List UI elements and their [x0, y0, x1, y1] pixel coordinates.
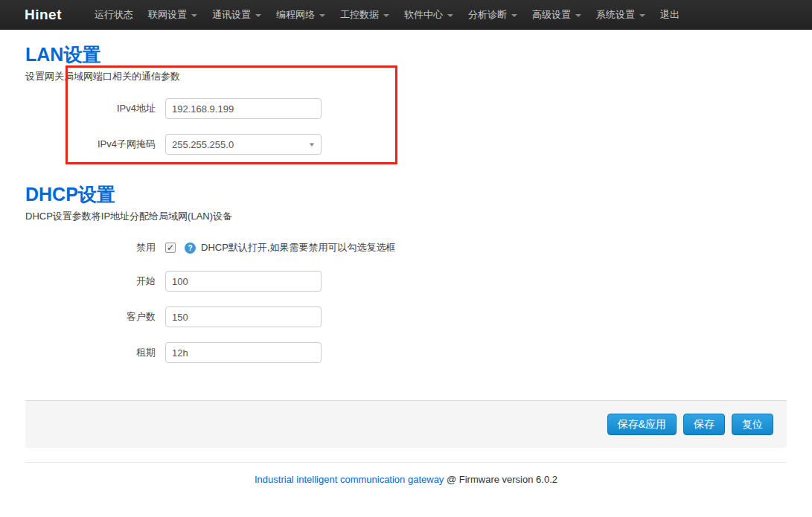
nav-item-software-center[interactable]: 软件中心 [397, 0, 461, 30]
question-help-icon: ? [185, 243, 196, 254]
dhcp-disable-row: 禁用 ? DHCP默认打开,如果需要禁用可以勾选复选框 [25, 240, 787, 255]
nav-item-diagnostics[interactable]: 分析诊断 [461, 0, 525, 30]
ipv4-netmask-select[interactable]: 255.255.255.0 ▼ [165, 134, 322, 155]
main-content: LAN设置 设置网关局域网端口相关的通信参数 IPv4地址 IPv4子网掩码 2… [0, 45, 812, 364]
dhcp-start-input[interactable] [165, 271, 322, 292]
chevron-down-icon [255, 14, 261, 17]
dhcp-section-title: DHCP设置 [25, 185, 787, 204]
ipv4-netmask-selected-value: 255.255.255.0 [172, 139, 234, 150]
nav-item-system-settings[interactable]: 系统设置 [589, 0, 653, 30]
nav-item-advanced-settings[interactable]: 高级设置 [525, 0, 589, 30]
brand-logo[interactable]: Hinet [25, 7, 62, 23]
chevron-down-icon [575, 14, 581, 17]
chevron-down-icon [511, 14, 517, 17]
nav-menu: 运行状态 联网设置 通讯设置 编程网络 工控数据 软件中心 分析诊断 高级设置 … [87, 0, 687, 30]
nav-item-comm-settings[interactable]: 通讯设置 [205, 0, 269, 30]
ipv4-address-row: IPv4地址 [25, 97, 787, 120]
dhcp-limit-label: 客户数 [25, 310, 165, 324]
save-button[interactable]: 保存 [683, 414, 725, 435]
dhcp-section-description: DHCP设置参数将IP地址分配给局域网(LAN)设备 [25, 211, 787, 222]
footer-gateway-link[interactable]: Industrial intelligent communication gat… [255, 474, 444, 485]
dhcp-start-row: 开始 [25, 270, 787, 292]
reset-button[interactable]: 复位 [732, 414, 773, 435]
nav-item-status[interactable]: 运行状态 [87, 0, 141, 30]
ipv4-address-input[interactable] [165, 98, 322, 119]
dhcp-start-label: 开始 [25, 274, 165, 288]
save-apply-button[interactable]: 保存&应用 [607, 414, 677, 435]
dhcp-limit-row: 客户数 [25, 306, 787, 328]
dhcp-disable-label: 禁用 [25, 241, 165, 254]
chevron-down-icon [319, 14, 325, 17]
nav-item-industrial-data[interactable]: 工控数据 [333, 0, 397, 30]
lan-section-title: LAN设置 [25, 45, 787, 64]
footer-firmware-text: @ Firmware version 6.0.2 [444, 474, 557, 485]
dhcp-leasetime-label: 租期 [25, 346, 165, 359]
ipv4-address-label: IPv4地址 [25, 102, 165, 115]
chevron-down-icon [383, 14, 389, 17]
chevron-down-icon [447, 14, 453, 17]
dhcp-limit-input[interactable] [165, 306, 322, 327]
dropdown-arrow-icon: ▼ [308, 141, 316, 148]
lan-section-description: 设置网关局域网端口相关的通信参数 [25, 71, 787, 82]
nav-item-programming-network[interactable]: 编程网络 [269, 0, 333, 30]
top-navbar: Hinet 运行状态 联网设置 通讯设置 编程网络 工控数据 软件中心 分析诊断… [0, 0, 812, 30]
nav-item-logout[interactable]: 退出 [653, 0, 687, 30]
page-footer: Industrial intelligent communication gat… [25, 462, 787, 485]
ipv4-netmask-label: IPv4子网掩码 [25, 138, 165, 151]
chevron-down-icon [191, 14, 197, 17]
dhcp-leasetime-row: 租期 [25, 341, 787, 364]
ipv4-netmask-row: IPv4子网掩码 255.255.255.0 ▼ [25, 133, 787, 155]
chevron-down-icon [639, 14, 645, 17]
dhcp-disable-checkbox[interactable] [165, 243, 176, 253]
nav-item-network-settings[interactable]: 联网设置 [141, 0, 205, 30]
action-bar: 保存&应用 保存 复位 [25, 400, 787, 448]
dhcp-disable-hint: DHCP默认打开,如果需要禁用可以勾选复选框 [201, 241, 395, 254]
dhcp-leasetime-input[interactable] [165, 342, 322, 363]
